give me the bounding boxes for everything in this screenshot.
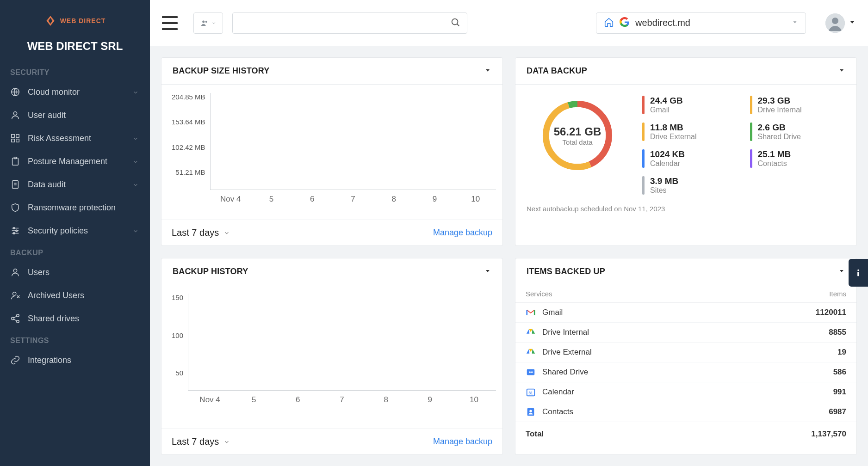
search-input[interactable] [239, 19, 450, 27]
user-x-icon [10, 290, 20, 300]
sidebar-item-label: Archived Users [28, 291, 84, 300]
legend-item: 2.6 GBShared Drive [750, 123, 846, 141]
sidebar-item-users[interactable]: Users [0, 261, 150, 284]
sidebar-item-user-audit[interactable]: User audit [0, 104, 150, 127]
svg-point-59 [531, 371, 533, 373]
collapse-toggle[interactable] [484, 267, 491, 276]
svg-point-24 [12, 317, 14, 320]
total-data-label: Total data [562, 138, 592, 146]
table-row: Shared Drive 586 [515, 362, 856, 382]
sidebar-item-shared-drives[interactable]: Shared drives [0, 307, 150, 330]
shield-icon [10, 202, 20, 213]
svg-marker-36 [486, 69, 490, 72]
sidebar-item-posture-management[interactable]: Posture Management [0, 150, 150, 173]
svg-rect-7 [16, 139, 19, 142]
logo: WEB DIRECT [0, 10, 150, 37]
svg-rect-10 [12, 181, 19, 189]
svg-point-20 [13, 292, 16, 295]
sidebar-item-ransomware-protection[interactable]: Ransomware protection [0, 196, 150, 219]
svg-marker-50 [527, 329, 529, 334]
legend-item: 3.9 MBSites [642, 176, 738, 195]
svg-point-58 [529, 371, 531, 373]
manage-backup-link[interactable]: Manage backup [433, 437, 492, 447]
data-backup-card: DATA BACKUP 56.21 GB Total data [515, 57, 857, 246]
card-title: ITEMS BACKED UP [527, 267, 605, 276]
manage-backup-link[interactable]: Manage backup [433, 228, 492, 238]
svg-point-28 [203, 20, 205, 23]
total-data-value: 56.21 GB [554, 125, 601, 138]
clipboard-icon [10, 156, 20, 166]
sidebar-item-label: Risk Assessment [28, 134, 91, 143]
user-icon [10, 267, 20, 277]
data-backup-donut: 56.21 GB Total data [536, 94, 619, 177]
card-title: DATA BACKUP [527, 66, 587, 76]
sidebar-item-label: Security policies [28, 226, 88, 236]
sidebar-item-risk-assessment[interactable]: Risk Assessment [0, 127, 150, 150]
sidebar-item-label: Shared drives [28, 314, 79, 324]
svg-rect-4 [12, 135, 14, 137]
sidebar-item-data-audit[interactable]: Data audit [0, 173, 150, 196]
org-name: WEB DIRECT SRL [0, 37, 150, 62]
domain-select[interactable]: webdirect.md [596, 12, 806, 34]
collapse-toggle[interactable] [838, 267, 845, 276]
search-field[interactable] [232, 12, 467, 34]
collapse-toggle[interactable] [484, 67, 491, 76]
svg-point-19 [13, 269, 17, 272]
info-tab-button[interactable] [849, 259, 868, 287]
chevron-down-icon [132, 227, 140, 234]
backup-size-chart: 204.85 MB153.64 MB102.42 MB51.21 MB [172, 93, 496, 190]
shared-icon [526, 367, 536, 377]
svg-marker-49 [532, 329, 535, 334]
sidebar-item-label: Cloud monitor [28, 87, 80, 97]
svg-marker-45 [486, 270, 490, 272]
table-row: Contacts 6987 [515, 402, 856, 422]
svg-marker-46 [840, 270, 843, 272]
svg-marker-37 [840, 69, 843, 72]
share-icon [10, 313, 20, 324]
svg-point-3 [13, 112, 17, 115]
svg-line-31 [457, 24, 459, 26]
drive-icon [526, 347, 536, 357]
svg-marker-53 [529, 349, 532, 352]
sidebar-item-integrations[interactable]: Integrations [0, 349, 150, 372]
backup-history-card: BACKUP HISTORY 15010050 Nov 45678910 Las… [161, 258, 503, 455]
svg-text:31: 31 [528, 391, 533, 395]
svg-point-64 [857, 270, 859, 271]
legend-item: 25.1 MBContacts [750, 149, 846, 168]
sidebar-item-archived-users[interactable]: Archived Users [0, 284, 150, 307]
home-icon [604, 17, 614, 29]
menu-toggle-button[interactable] [162, 16, 178, 30]
sidebar-section-title: BACKUP [0, 242, 150, 261]
svg-point-29 [205, 21, 207, 22]
doc-icon [10, 179, 20, 190]
svg-marker-32 [794, 21, 797, 23]
svg-point-63 [529, 410, 532, 412]
sidebar-item-cloud-monitor[interactable]: Cloud monitor [0, 80, 150, 104]
table-row: Drive Internal 8855 [515, 323, 856, 343]
legend-item: 29.3 GBDrive Internal [750, 96, 846, 114]
sidebar-section-title: SECURITY [0, 62, 150, 80]
user-menu[interactable] [825, 13, 856, 33]
sidebar-item-security-policies[interactable]: Security policies [0, 219, 150, 242]
collapse-toggle[interactable] [838, 67, 845, 76]
sidebar-item-label: Posture Management [28, 157, 107, 166]
topbar: webdirect.md [150, 0, 868, 46]
svg-marker-54 [532, 349, 535, 354]
avatar [825, 13, 845, 33]
range-select[interactable]: Last 7 days [172, 227, 230, 238]
grid-icon [10, 133, 20, 143]
table-row: 31Calendar 991 [515, 382, 856, 402]
chevron-down-icon [792, 19, 798, 27]
sidebar-item-label: Data audit [28, 180, 66, 190]
globe-icon [10, 87, 20, 97]
gmail-icon [526, 307, 536, 318]
legend-item: 1024 KBCalendar [642, 149, 738, 168]
table-header: Services Items [515, 285, 856, 303]
svg-marker-35 [850, 21, 854, 24]
user-filter-select[interactable] [193, 12, 223, 34]
svg-point-23 [17, 314, 19, 317]
sidebar-item-label: User audit [28, 110, 66, 120]
svg-point-34 [832, 18, 838, 24]
range-select[interactable]: Last 7 days [172, 436, 230, 447]
card-title: BACKUP HISTORY [173, 267, 248, 276]
